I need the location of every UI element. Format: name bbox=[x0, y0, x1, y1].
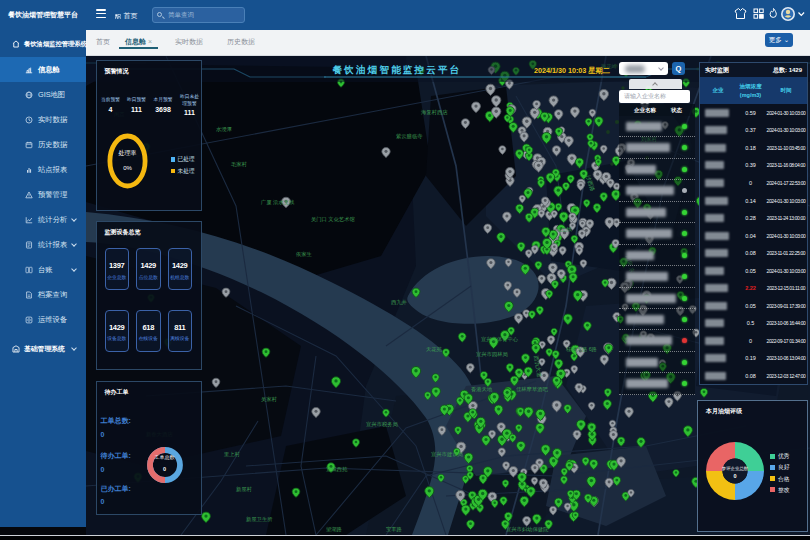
svg-text:新屋卫生所: 新屋卫生所 bbox=[246, 516, 272, 522]
svg-text:宜兴市体育中心: 宜兴市体育中心 bbox=[481, 336, 519, 342]
svg-text:宜兴市园林局: 宜兴市园林局 bbox=[476, 351, 508, 358]
svg-text:参评企业总数: 参评企业总数 bbox=[722, 466, 749, 471]
svg-text:天花苑: 天花苑 bbox=[426, 346, 443, 353]
svg-text:宝丰路: 宝丰路 bbox=[386, 526, 403, 533]
svg-text:宜兴市建设局: 宜兴市建设局 bbox=[431, 451, 463, 458]
svg-text:新屋村: 新屋村 bbox=[236, 486, 253, 493]
svg-text:紫云膳临寺: 紫云膳临寺 bbox=[396, 133, 423, 140]
svg-text:沈北线: 沈北线 bbox=[556, 226, 573, 233]
svg-text:香港天地: 香港天地 bbox=[471, 386, 493, 393]
svg-text:望湖路: 望湖路 bbox=[326, 526, 343, 533]
svg-text:佳林摩草酒吧: 佳林摩草酒吧 bbox=[516, 386, 548, 393]
svg-text:海复村西店: 海复村西店 bbox=[421, 109, 448, 116]
svg-text:水浸潭: 水浸潭 bbox=[216, 126, 233, 132]
svg-text:依家生: 依家生 bbox=[295, 251, 313, 257]
svg-text:广厦 沿水支线: 广厦 沿水支线 bbox=[260, 199, 295, 206]
svg-text:0: 0 bbox=[733, 473, 736, 479]
svg-text:毛家村: 毛家村 bbox=[231, 161, 248, 168]
svg-text:西九井: 西九井 bbox=[391, 299, 408, 306]
svg-text:吴家村: 吴家村 bbox=[261, 396, 278, 403]
svg-text:宜兴市妇幼保健院: 宜兴市妇幼保健院 bbox=[506, 526, 549, 533]
svg-text:宜兴市税务局: 宜兴市税务局 bbox=[366, 421, 398, 428]
svg-text:宜城西苑: 宜城西苑 bbox=[326, 466, 348, 473]
svg-text:桂林大路 6路: 桂林大路 6路 bbox=[565, 346, 598, 353]
svg-text:吴门口 文化艺术馆: 吴门口 文化艺术馆 bbox=[311, 216, 356, 223]
svg-text:里上村: 里上村 bbox=[223, 451, 241, 458]
